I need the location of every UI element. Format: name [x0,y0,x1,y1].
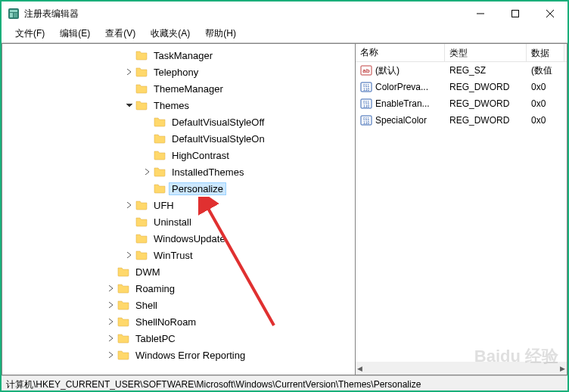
svg-text:110: 110 [363,104,370,108]
tree-item-label: Themes [151,99,192,112]
registry-tree: TaskManagerTelephonyThemeManagerThemesDe… [2,44,355,366]
folder-icon [117,266,129,277]
tree-item[interactable]: WindowsUpdate [2,230,355,247]
tree-item[interactable]: Roaming [2,280,355,297]
string-value-icon: ab [360,64,372,76]
menu-favorites[interactable]: 收藏夹(A) [143,26,197,42]
tree-item-label: WindowsUpdate [151,232,229,245]
menu-help[interactable]: 帮助(H) [197,26,244,42]
svg-text:110: 110 [363,87,370,92]
tree-item[interactable]: Windows Error Reporting [2,347,355,363]
tree-item[interactable]: ShellNoRoam [2,313,355,330]
value-name-cell: ab(默认) [356,63,445,79]
tree-item-label: ThemeManager [151,82,226,95]
tree-item[interactable]: Personalize [2,180,355,197]
menubar: 文件(F) 编辑(E) 查看(V) 收藏夹(A) 帮助(H) [2,26,567,42]
folder-icon [154,133,166,144]
minimize-button[interactable] [463,2,498,25]
expand-icon[interactable] [105,282,117,294]
svg-rect-3 [14,13,17,17]
svg-rect-5 [512,11,519,17]
header-data[interactable]: 数据 [527,44,564,61]
tree-item-label: InstalledThemes [169,166,247,179]
list-row[interactable]: 011110ColorPreva...REG_DWORD0x0 [356,79,567,95]
tree-item-label: ShellNoRoam [132,316,199,328]
value-data-cell: (数值 [527,63,564,79]
list-pane: 名称 类型 数据 ab(默认)REG_SZ(数值011110ColorPreva… [356,43,567,375]
expand-icon[interactable] [105,332,117,344]
scroll-right-icon[interactable]: ▶ [560,365,565,372]
folder-icon [117,316,129,327]
expand-icon[interactable] [123,249,135,261]
tree-item[interactable]: DefaultVisualStyleOn [2,130,355,147]
dword-value-icon: 011110 [360,114,372,126]
value-data-cell: 0x0 [527,114,564,127]
tree-item-label: UFH [151,199,177,212]
value-name-cell: 011110SpecialColor [356,113,445,128]
header-type[interactable]: 类型 [445,44,527,61]
content-area: TaskManagerTelephonyThemeManagerThemesDe… [2,42,567,375]
tree-item-label: Personalize [169,182,226,195]
tree-item[interactable]: Shell [2,297,355,313]
tree-pane[interactable]: TaskManagerTelephonyThemeManagerThemesDe… [2,43,356,375]
menu-view[interactable]: 查看(V) [98,26,143,42]
tree-item-label: Roaming [132,282,178,295]
expand-icon[interactable] [123,66,135,78]
value-type-cell: REG_DWORD [445,97,527,110]
folder-icon [135,216,148,227]
tree-item-label: DefaultVisualStyleOn [169,132,268,145]
folder-icon [135,233,148,244]
scroll-left-icon[interactable]: ◀ [357,365,362,372]
close-button[interactable] [533,2,567,25]
tree-item[interactable]: TabletPC [2,330,355,347]
expand-icon[interactable] [105,299,117,311]
svg-text:ab: ab [362,67,369,74]
tree-item-label: Uninstall [151,216,194,229]
expand-icon[interactable] [105,349,117,361]
app-icon [8,8,20,20]
value-data-cell: 0x0 [527,97,564,110]
value-type-cell: REG_SZ [445,64,527,77]
expand-icon[interactable] [105,316,117,328]
tree-item[interactable]: HighContrast [2,147,355,163]
tree-item-label: HighContrast [169,149,232,162]
folder-icon [135,200,148,210]
folder-icon [135,100,148,110]
titlebar: 注册表编辑器 [2,2,567,26]
list-row[interactable]: 011110EnableTran...REG_DWORD0x0 [356,95,567,112]
tree-item[interactable]: TaskManager [2,47,355,64]
tree-item[interactable]: Uninstall [2,213,355,230]
folder-icon [117,350,129,360]
tree-item-label: WinTrust [151,249,196,262]
folder-icon [135,250,148,260]
tree-item[interactable]: ThemeManager [2,80,355,97]
folder-icon [117,283,129,294]
expand-icon[interactable] [123,199,135,211]
tree-item[interactable]: Telephony [2,64,355,80]
horizontal-scrollbar[interactable]: ◀ ▶ [356,362,567,375]
folder-icon [117,300,129,310]
window-title: 注册表编辑器 [24,8,463,20]
menu-file[interactable]: 文件(F) [8,26,52,42]
expand-icon[interactable] [141,166,154,178]
maximize-button[interactable] [498,2,533,25]
tree-item[interactable]: UFH [2,197,355,213]
tree-item[interactable]: Themes [2,97,355,114]
tree-item[interactable]: WinTrust [2,247,355,263]
folder-icon [135,83,148,94]
tree-item-label: DefaultVisualStyleOff [169,116,267,129]
folder-icon [154,183,166,194]
tree-item[interactable]: DWM [2,263,355,280]
tree-item-label: Windows Error Reporting [132,349,248,362]
tree-item[interactable]: DefaultVisualStyleOff [2,114,355,130]
collapse-icon[interactable] [123,99,135,111]
list-row[interactable]: ab(默认)REG_SZ(数值 [356,62,567,79]
header-name[interactable]: 名称 [356,44,445,61]
tree-item[interactable]: InstalledThemes [2,163,355,180]
list-row[interactable]: 011110SpecialColorREG_DWORD0x0 [356,112,567,129]
menu-edit[interactable]: 编辑(E) [52,26,98,42]
statusbar: 计算机\HKEY_CURRENT_USER\SOFTWARE\Microsoft… [2,375,567,392]
list-body[interactable]: ab(默认)REG_SZ(数值011110ColorPreva...REG_DW… [356,62,567,362]
value-type-cell: REG_DWORD [445,80,527,94]
folder-icon [154,150,166,160]
